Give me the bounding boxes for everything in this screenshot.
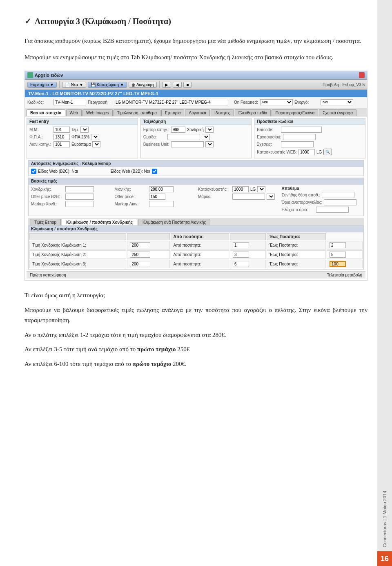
ergasiasios-input[interactable] — [283, 134, 316, 140]
ergasiasios-label: Εργασιασίου: — [257, 135, 281, 139]
toolbar-btn-diagrafi[interactable]: 🗑 Διαγραφή — [129, 82, 157, 88]
body4-prefix: Αν επιλέξει 3-5 τότε τιμή ανά τεμάχιο απ… — [24, 346, 137, 352]
empor-kathy-input[interactable] — [171, 127, 185, 133]
toolbar-btn-kataxorisi[interactable]: 💾 Καταχώριση ▼ — [88, 82, 127, 88]
liankathy-input[interactable] — [53, 141, 70, 147]
scaling-eos-input-3[interactable] — [330, 261, 346, 267]
kataskevastis-web-row: Κατασκευαστής WEB: LG 🔍 — [257, 149, 363, 155]
katask-input[interactable] — [232, 186, 249, 192]
tab-web[interactable]: Web — [66, 109, 82, 116]
tab-sxetika[interactable]: Σχετικά έγγραφα — [319, 109, 356, 116]
toolbar-btn-nea[interactable]: 📄 Νέα ▼ — [62, 82, 86, 88]
toolbar-btn-extra3[interactable]: ■ — [183, 82, 192, 88]
checkmark-icon: ✓ — [24, 16, 31, 26]
tab-emporia[interactable]: Εμπορία — [161, 109, 184, 116]
marka-row: Μάρκα: — [198, 194, 278, 200]
bottom-tab-klimakosi-lian[interactable]: Κλιμάκωση ανά Ποσότητα Λιανικής — [138, 219, 210, 225]
liankathy-name: Ευρόπαμα — [71, 142, 91, 147]
omada-select[interactable] — [202, 134, 210, 140]
kataskevastis-web-input[interactable] — [298, 149, 315, 155]
scaling-eos-input-1[interactable] — [330, 242, 346, 248]
business-select[interactable] — [205, 141, 214, 147]
body5-prefix: Αν επιλέξει 6-100 τότε τιμή τεμάχιο από … — [24, 361, 133, 367]
fast-entry-header: Fast entry — [27, 118, 138, 125]
tab-vasika-stoixeia[interactable]: Βασικά στοιχεία — [27, 109, 65, 116]
toolbar-btn-extra2[interactable]: ◀ — [173, 82, 182, 88]
xondriki-row: Χονδρικής: — [31, 186, 111, 192]
marka-input[interactable] — [232, 194, 265, 200]
scaling-apo-input-1[interactable] — [233, 242, 249, 248]
window-title: Αρχείο ειδών — [35, 73, 357, 78]
tab-paratiriseis[interactable]: Παρατηρήσεις/Εικόνα — [272, 109, 318, 116]
energo-select[interactable]: ΝαιΌχι — [321, 99, 353, 105]
scaling-row-label-3: Τιμή Χονδρικής Κλιμάκωση 3: — [29, 260, 126, 268]
scaling-value-input-2[interactable] — [130, 252, 150, 258]
katask-row: Κατασκευαστής: LG — [198, 186, 278, 192]
omada-input[interactable] — [167, 134, 200, 140]
prices-right: Λιανικής: Offer price: Markup Λιαν.: — [115, 186, 194, 214]
oria-anap-row: Όρια αναπαραγγελίας: — [282, 199, 361, 205]
mm-input[interactable] — [53, 127, 70, 133]
scaling-apo-label-1: Από ποσότητα: — [171, 241, 229, 250]
tab-timologisi[interactable]: Τιμολόγηση, απόθεμα — [114, 109, 160, 116]
b2b-checkbox[interactable] — [152, 169, 157, 174]
offer-b2b-input[interactable] — [65, 194, 94, 200]
kataskevastis-web-search-btn[interactable]: 🔍 — [323, 149, 332, 155]
tab-elefthera[interactable]: Ελεύθερα πεδία — [235, 109, 271, 116]
toolbar-btn-eureterio[interactable]: Ευρετήριο ▼ — [27, 82, 57, 88]
toolbar-btn-extra1[interactable]: ▶ — [162, 82, 171, 88]
markup-xond-label: Markup Χονδ.: — [31, 202, 64, 206]
on-featured-select[interactable]: ΝαιΌχι — [260, 99, 293, 105]
scaling-eos-input-2[interactable] — [330, 252, 346, 258]
katask-select[interactable] — [257, 186, 265, 192]
bottom-tab-times-eshop[interactable]: Τιμές Eshop — [30, 219, 61, 225]
window-close-btn[interactable] — [359, 72, 365, 78]
intro-paragraph-1: Για όποιους επιθυμούν (κυρίως B2B καταστ… — [24, 36, 368, 47]
empor-kathy-row: Εμπορ.κατηγ.: Χονδρική — [143, 127, 249, 133]
tab-idiotites[interactable]: Ιδιότητες — [211, 109, 234, 116]
kodikos-input[interactable] — [53, 99, 86, 105]
elaxisto-input[interactable] — [316, 207, 349, 213]
scaling-apo-input-2[interactable] — [233, 252, 249, 258]
three-col-layout: Fast entry Μ.Μ: Τεμ. Φ.Π.Α.: — [27, 118, 365, 158]
empor-kathy-select[interactable] — [205, 127, 214, 133]
prostheti-panel: Πρόσθετοι κωδικοί Barcode: Εργασιασίου: — [254, 118, 365, 158]
perigrafi-input[interactable] — [114, 99, 228, 105]
markup-xond-input[interactable] — [65, 201, 94, 207]
auto-update-b2b: Είδος Web (B2B): Ναι — [111, 169, 157, 174]
scaling-value-input-3[interactable] — [130, 261, 150, 267]
scaling-value-input-1[interactable] — [130, 242, 150, 248]
toolbar-sep-1 — [59, 81, 60, 88]
fpa-input[interactable] — [53, 134, 70, 140]
barcode-input[interactable] — [281, 127, 322, 133]
business-label: Business Unit: — [143, 142, 169, 147]
scaling-row-3: Τιμή Χονδρικής Κλιμάκωση 3:Από ποσότητα:… — [29, 260, 363, 268]
fpa-select[interactable] — [91, 134, 99, 140]
sunitheis-thesi-input[interactable] — [322, 192, 354, 198]
marka-select[interactable] — [267, 194, 275, 200]
b2c-checkbox[interactable] — [31, 169, 36, 174]
xondriki-input[interactable] — [65, 186, 94, 192]
scaling-eos-label-2: Έως Ποσότητα: — [267, 250, 326, 259]
offer-price-input[interactable] — [149, 194, 165, 200]
body-text-2: Μπορούμε να βάλουμε διαφορετικές τιμές π… — [24, 305, 368, 326]
tab-logistika[interactable]: Λογιστικά — [185, 109, 209, 116]
business-input[interactable] — [171, 141, 204, 147]
scaling-apo-input-3[interactable] — [233, 261, 249, 267]
body4-suffix: 250€ — [176, 346, 190, 352]
page-number-box: 16 — [377, 551, 392, 566]
sxeseis-input[interactable] — [281, 141, 314, 147]
oria-anap-input[interactable] — [324, 199, 356, 205]
tab-web-images[interactable]: Web Images — [82, 109, 113, 116]
liankathy-select[interactable] — [92, 141, 100, 147]
markup-lian-input[interactable] — [149, 201, 174, 207]
barcode-row: Barcode: — [257, 127, 363, 133]
lianikh-input[interactable] — [149, 186, 174, 192]
bottom-tab-klimakosi-xond[interactable]: Κλιμάκωση / ποσότητα Χονδρικής — [62, 219, 137, 225]
body-text-3: Αν ο πελάτης επιλέξει 1-2 τεμάχια τότε η… — [24, 330, 368, 341]
auto-update-b2c: Είδος Web (B2C): Ναι — [31, 169, 78, 174]
mm-select[interactable] — [80, 127, 89, 133]
b2b-label: Είδος Web (B2B): Ναι — [111, 169, 150, 174]
scaling-table: Από ποσότητα: Έως Ποσότητα: Τιμή Χονδρικ… — [29, 232, 363, 269]
scaling-eos-label-3: Έως Ποσότητα: — [267, 260, 326, 268]
